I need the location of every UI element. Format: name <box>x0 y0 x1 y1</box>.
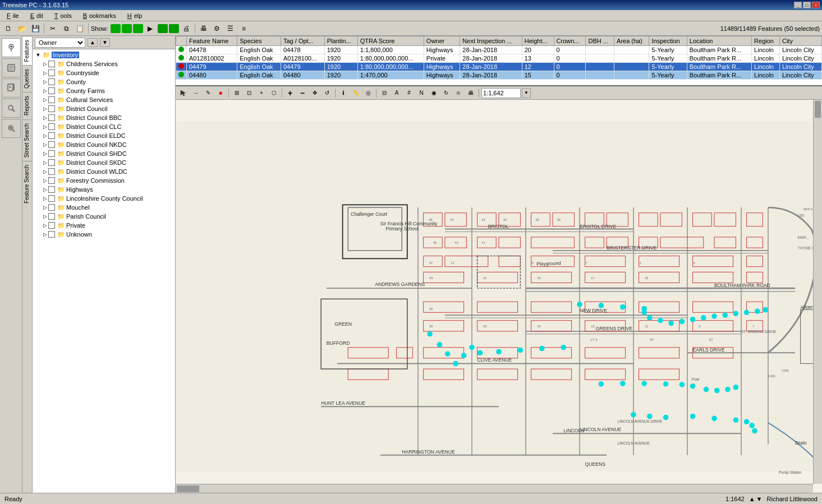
table-row[interactable]: 04478 English Oak 04478 1920 1:1,800,000… <box>176 46 822 54</box>
paste-btn[interactable]: 📋 <box>74 23 86 34</box>
root-toggle[interactable]: ▼ <box>35 52 42 58</box>
cut-btn[interactable]: ✂ <box>47 23 59 34</box>
menu-bookmarks[interactable]: Bookmarks <box>79 11 118 20</box>
check-forestry[interactable] <box>48 177 55 184</box>
open-btn[interactable]: 📂 <box>16 23 28 34</box>
panel-tab-queries[interactable]: Queries <box>22 65 32 92</box>
sidebar-tab-features[interactable] <box>2 38 21 57</box>
menu-file[interactable]: File <box>2 11 21 20</box>
maximize-btn[interactable]: □ <box>803 2 811 8</box>
settings-btn[interactable]: ⚙ <box>211 23 223 34</box>
col-height[interactable]: Height... <box>522 36 554 46</box>
owner-dropdown[interactable]: Owner Feature Name Species Location <box>35 38 85 48</box>
panel-tab-feature-search[interactable]: Feature Search <box>22 161 32 207</box>
tree-item-parish[interactable]: ▷ 📁 Parish Council <box>34 212 174 221</box>
col-crown[interactable]: Crown... <box>554 36 586 46</box>
tree-item-district-eldc[interactable]: ▷ 📁 District Council ELDC <box>34 131 174 140</box>
zoom-in-btn[interactable]: + <box>284 88 296 98</box>
list-btn[interactable]: ☰ <box>224 23 237 34</box>
check-district-wldc[interactable] <box>48 168 55 175</box>
grid-btn[interactable]: # <box>403 88 415 98</box>
check-district-shdc[interactable] <box>48 150 55 157</box>
panel-tab-reports[interactable]: Reports <box>22 92 32 119</box>
zoom-selection[interactable]: ⊡ <box>244 88 255 98</box>
check-cultural[interactable] <box>48 96 55 103</box>
toggle-mouchel[interactable]: ▷ <box>42 204 48 211</box>
add-point[interactable]: + <box>256 88 267 98</box>
pan-btn[interactable]: ✥ <box>309 88 320 98</box>
check-parish[interactable] <box>48 213 55 220</box>
check-county-farms[interactable] <box>48 87 55 94</box>
edit-tool[interactable]: ✎ <box>203 88 214 98</box>
col-region[interactable]: Region <box>752 36 780 46</box>
toggle-district[interactable]: ▷ <box>42 105 48 112</box>
col-inspection[interactable]: Inspection <box>649 36 687 46</box>
toggle-private[interactable]: ▷ <box>42 222 48 229</box>
tree-item-district-wldc[interactable]: ▷ 📁 District Council WLDC <box>34 167 174 176</box>
sidebar-tab-feature-search[interactable] <box>2 119 21 138</box>
tree-item-highways[interactable]: ▷ 📁 Highways <box>34 185 174 194</box>
vscroll-thumb[interactable] <box>815 101 821 118</box>
col-owner[interactable]: Owner <box>424 36 460 46</box>
col-city[interactable]: City <box>779 36 821 46</box>
tree-item-district-bbc[interactable]: ▷ 📁 District Council BBC <box>34 113 174 122</box>
toggle-district-clc[interactable]: ▷ <box>42 123 48 130</box>
toggle-parish[interactable]: ▷ <box>42 213 48 220</box>
show-btn5[interactable] <box>158 24 168 33</box>
toggle-district-nkdc[interactable]: ▷ <box>42 141 48 148</box>
show-btn4[interactable]: ▶ <box>144 23 157 34</box>
tree-item-county[interactable]: ▷ 📁 County <box>34 77 174 86</box>
tree-item-district[interactable]: ▷ 📁 District Council <box>34 104 174 113</box>
check-childrens[interactable] <box>48 61 55 67</box>
toggle-childrens[interactable]: ▷ <box>42 61 48 67</box>
tree-item-lincs[interactable]: ▷ 📁 Lincolnshire County Council <box>34 194 174 203</box>
show-btn2[interactable] <box>122 24 132 33</box>
tree-item-childrens[interactable]: ▷ 📁 Childrens Services <box>34 59 174 68</box>
show-btn6[interactable] <box>169 24 179 33</box>
map-hscroll[interactable] <box>176 484 813 493</box>
close-btn[interactable]: × <box>812 2 820 8</box>
panel-tab-street-search[interactable]: Street Search <box>22 119 32 161</box>
map-area[interactable]: Challenger Court Sir Francis Hill Commun… <box>176 100 822 493</box>
toggle-unknown[interactable]: ▷ <box>42 231 48 238</box>
arrow-tool[interactable]: → <box>190 88 201 98</box>
col-species[interactable]: Species <box>237 36 281 46</box>
tree-item-forestry[interactable]: ▷ 📁 Forestry Commission <box>34 176 174 185</box>
export-btn[interactable]: ⎋ <box>453 88 464 98</box>
select-tool[interactable] <box>178 88 189 98</box>
check-lincs[interactable] <box>48 195 55 202</box>
print-btn[interactable]: 🖶 <box>198 23 210 34</box>
col-qtra[interactable]: QTRA Score <box>357 36 424 46</box>
tree-item-unknown[interactable]: ▷ 📁 Unknown <box>34 230 174 239</box>
buffer-btn[interactable]: ◎ <box>362 88 374 98</box>
sort-asc-btn[interactable]: ▲ <box>88 38 98 47</box>
minimize-btn[interactable]: _ <box>794 2 802 8</box>
panel-tab-features[interactable]: Features <box>22 36 32 65</box>
check-highways[interactable] <box>48 186 55 193</box>
copy-btn[interactable]: ⧉ <box>60 23 72 34</box>
layers-btn[interactable]: ⊟ <box>379 88 390 98</box>
save-btn[interactable]: 💾 <box>29 23 42 34</box>
refresh-btn[interactable]: ↻ <box>440 88 452 98</box>
menu-edit[interactable]: Edit <box>26 11 45 20</box>
zoom-up[interactable]: ▲ <box>749 496 755 502</box>
north-btn[interactable]: N <box>416 88 427 98</box>
gps-btn[interactable]: ◉ <box>428 88 439 98</box>
col-tag[interactable]: Tag / Opt... <box>281 36 324 46</box>
col-feature-name[interactable]: Feature Name <box>187 36 237 46</box>
sidebar-tab-reports[interactable] <box>2 78 21 98</box>
toggle-county[interactable]: ▷ <box>42 78 48 85</box>
measure-btn[interactable]: 📏 <box>350 88 361 98</box>
check-county[interactable] <box>48 78 55 85</box>
toggle-district-eldc[interactable]: ▷ <box>42 132 48 139</box>
check-district-skdc[interactable] <box>48 159 55 166</box>
check-mouchel[interactable] <box>48 204 55 211</box>
check-countryside[interactable] <box>48 70 55 76</box>
tree-item-cultural[interactable]: ▷ 📁 Cultural Services <box>34 95 174 104</box>
new-btn[interactable]: 🗋 <box>2 23 15 34</box>
sort-desc-btn[interactable]: ▼ <box>100 38 110 47</box>
tree-item-countryside[interactable]: ▷ 📁 Countryside <box>34 68 174 77</box>
tree-item-county-farms[interactable]: ▷ 📁 County Farms <box>34 86 174 95</box>
menu-help[interactable]: Help <box>123 11 145 20</box>
col-dbh[interactable]: DBH ... <box>586 36 614 46</box>
